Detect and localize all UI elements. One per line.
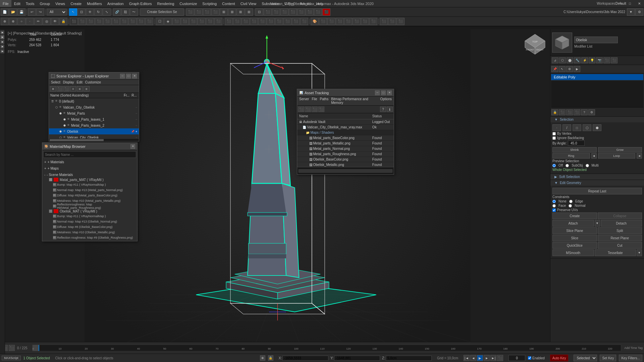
rp-tb-7[interactable]: 📷 [596,57,603,63]
left-btn-3[interactable]: ▶ [0,40,4,44]
menu-tools[interactable]: Tools [23,0,37,7]
timeline-track[interactable]: 0102030405060708090100110120130140150160… [32,345,622,351]
enabled-checkbox[interactable] [528,356,531,360]
ring-decrement-btn[interactable]: ◄ [591,153,597,159]
snap-percent-btn[interactable]: ⊞ [236,8,245,16]
align-view-btn[interactable]: ⬛ [203,8,211,16]
at-row[interactable]: 🖼 Obelisk_BaseColor.pngFound [297,157,394,162]
soft-selection-header[interactable]: ▶ Soft Selection [550,174,644,180]
tb2-q2[interactable]: ⬛ [319,18,327,25]
mat-sub-item[interactable]: 🖼Diffuse: Map #8(Metal_parts_BaseColor.p… [44,193,136,198]
select-region-btn[interactable]: ⊡ [77,8,86,16]
curve-editor-btn[interactable]: ⬛ [272,8,280,16]
menu-create[interactable]: Create [68,0,84,7]
add-time-tag[interactable]: Add Time Tag [623,346,644,350]
rs-config-btn[interactable]: ⚙ [588,109,595,115]
element-btn[interactable]: ⬢ [593,124,601,131]
tb2-v5[interactable]: ⬛ [103,18,111,25]
tb2-p9[interactable]: ⬛ [292,18,300,25]
menu-file[interactable]: File [0,0,11,7]
tb2-r1[interactable]: ⬛ [380,18,388,25]
se-tree-item[interactable]: ⬡👁Vatican_City_Obelisk→ [49,104,139,110]
tb2-q8[interactable]: ⬛ [369,18,377,25]
at-tb-3[interactable]: ⬛ [312,107,318,112]
status-snap-icon[interactable]: ⊕ [260,355,265,361]
object-name-input[interactable] [574,37,618,43]
tb2-obj-btn[interactable]: ○ [17,18,25,25]
tb2-v3[interactable]: ⬛ [87,18,95,25]
preserve-uvs-checkbox[interactable] [552,208,556,212]
edge-radio[interactable] [569,200,573,203]
at-row[interactable]: 📁 Maps / Shaders [297,130,394,135]
mat-sub-item[interactable]: 🖼Normal map: Map #13 (Obelisk_Normal.png… [44,219,136,224]
tb2-v4[interactable]: ⬛ [95,18,103,25]
status-lock-icon[interactable]: 🔒 [268,355,273,361]
tree-eye-icon[interactable]: 👁 [63,136,66,138]
snap-angle-btn[interactable]: ⊞ [228,8,236,16]
msmooth-btn[interactable]: MSmooth [552,249,594,256]
new-btn[interactable]: 📄 [1,8,9,16]
normal-radio[interactable] [569,204,572,207]
next-frame-btn[interactable]: ► [484,355,490,361]
at-row[interactable]: 🏛 Autodesk VaultLogged Out [297,119,394,125]
se-tb-4[interactable]: + [70,86,76,92]
menu-edit[interactable]: Edit [11,0,23,7]
named-sel-btn[interactable]: ⊡ [255,8,263,16]
se-tb-3[interactable]: ⬛ [63,86,69,92]
tb2-q3[interactable]: ⬛ [327,18,335,25]
mod-config-btn[interactable]: ⚙ [566,66,573,72]
se-edit-menu[interactable]: Edit [77,80,83,84]
tb2-p10[interactable]: ⬛ [300,18,308,25]
preview-off-radio[interactable] [552,164,556,167]
menu-views[interactable]: Views [53,0,68,7]
none-radio[interactable] [552,200,556,203]
go-start-btn[interactable]: |◄ [464,355,470,361]
save-btn[interactable]: 💾 [17,8,25,16]
tree-eye-icon[interactable]: 👁 [59,106,62,109]
mod-anim-btn[interactable]: ▶ [574,66,580,72]
tb2-q5[interactable]: ⬛ [344,18,352,25]
se-maximize-btn[interactable]: □ [126,74,131,78]
mat-sub-item[interactable]: 🖼Reflection roughness: Map #9 (Obelisk_R… [44,235,136,240]
slice-btn[interactable]: Slice [552,235,597,241]
se-tb-5[interactable]: ≡ [77,86,83,92]
tb2-v6[interactable]: ⬛ [112,18,120,25]
menu-vray[interactable]: V-Ray [282,0,297,7]
at-tb-1[interactable]: ⬛ [298,107,304,112]
rotate-btn[interactable]: ↻ [94,8,102,16]
rp-tb-4[interactable]: 🔧 [574,57,581,63]
render-btn[interactable]: ⬛ [322,8,330,16]
collapse-btn[interactable]: Collapse [598,213,642,219]
slice-plane-btn[interactable]: Slice Plane [552,227,597,234]
se-display-menu[interactable]: Display [63,80,74,84]
tree-pin-icon[interactable]: 📌 [131,130,135,133]
schematic-view-btn[interactable]: ⬛ [289,8,297,16]
se-tree-item[interactable]: ⬢👁Metal_Parts→ [49,110,139,116]
left-btn-1[interactable]: ▶ [0,31,4,35]
snap-spinner-btn[interactable]: ⊞ [245,8,253,16]
at-tb-help[interactable]: ? [380,107,386,112]
select-btn[interactable]: ↖ [69,8,77,16]
left-btn-2[interactable]: ▶ [0,35,4,39]
se-tree-item[interactable]: ⬢👁Metal_Parts_leaves_1→ [49,116,139,122]
se-select-menu[interactable]: Select [51,80,60,84]
tb2-p4[interactable]: ⬛ [250,18,258,25]
rs-lock-btn[interactable]: 🔒 [551,109,558,115]
tb2-x6[interactable]: ⬛ [198,18,206,25]
create-btn[interactable]: Create [552,213,597,219]
scale-btn[interactable]: ⤡ [103,8,111,16]
mat-item[interactable]: Matal_parts_MAT ( VRayMtl ) [44,177,136,182]
mat-item[interactable]: Obelisk_MAT ( VRayMtl ) [44,209,136,214]
at-row[interactable]: 🖼 Metal_parts_BaseColor.pngFound [297,135,394,141]
menu-group[interactable]: Group [37,0,53,7]
tb2-p8[interactable]: ⬛ [283,18,291,25]
se-minimize-btn[interactable]: ─ [120,74,125,78]
menu-content[interactable]: Content [219,0,238,7]
vertex-btn[interactable]: · [552,124,561,131]
frame-counter-input[interactable] [508,355,525,361]
mat-close-btn[interactable]: ✕ [130,144,135,149]
selection-header[interactable]: ▼ Selection [550,117,644,122]
menu-graph-editors[interactable]: Graph Editors [126,0,155,7]
mat-search-input[interactable] [43,151,136,158]
open-btn[interactable]: 📂 [9,8,17,16]
